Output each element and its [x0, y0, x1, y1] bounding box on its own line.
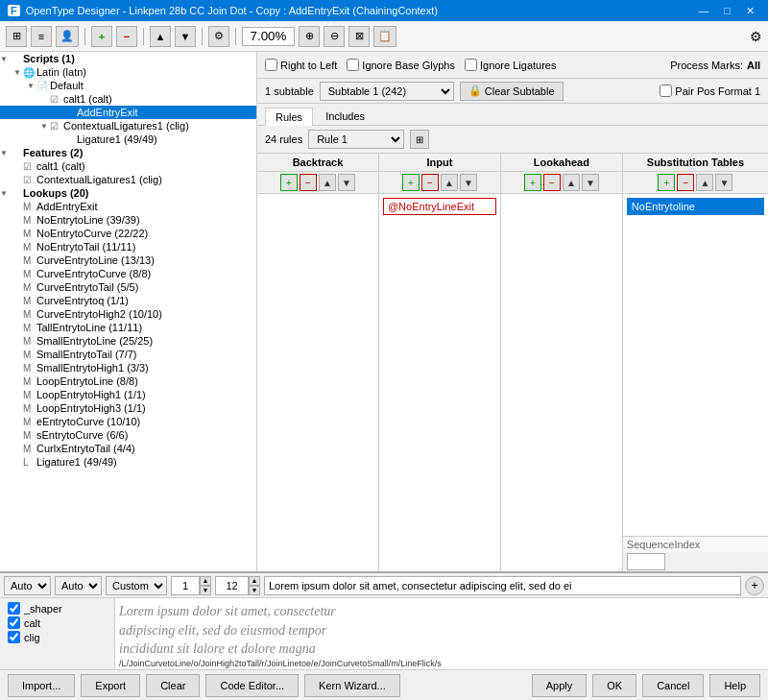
size-up-btn[interactable]: ▲ — [249, 576, 260, 586]
tree-item-26[interactable]: MLoopEntrytoHigh3 (1/1) — [0, 401, 256, 415]
tree-item-14[interactable]: MNoEntrytoTail (11/11) — [0, 240, 256, 253]
tree-item-30[interactable]: LLigature1 (49/49) — [0, 455, 256, 469]
tree-item-13[interactable]: MNoEntrytoCurve (22/22) — [0, 227, 256, 240]
toolbar-zoom-btn[interactable]: ⊕ — [299, 26, 320, 47]
tree-item-27[interactable]: MeEntrytoCurve (10/10) — [0, 415, 256, 428]
toolbar-remove-btn[interactable]: − — [116, 26, 137, 47]
tree-item-17[interactable]: MCurveEntrytoTail (5/5) — [0, 280, 256, 294]
tree-item-9[interactable]: ☑ContextualLigatures1 (clig) — [0, 173, 256, 186]
tree-item-28[interactable]: MsEntrytoCurve (6/6) — [0, 428, 256, 442]
input-up-btn[interactable]: ▲ — [441, 174, 458, 191]
shaper-checkbox[interactable] — [8, 602, 20, 615]
toolbar-grid-btn[interactable]: ⊞ — [6, 26, 27, 47]
tree-item-2[interactable]: ▼📄Default — [0, 79, 256, 92]
apply-button[interactable]: Apply — [532, 674, 588, 697]
rule-select[interactable]: Rule 1 — [308, 130, 404, 149]
calt-checkbox[interactable] — [8, 616, 20, 629]
import-button[interactable]: Import... — [8, 674, 75, 697]
input-remove-btn[interactable]: − — [421, 174, 439, 191]
tab-includes[interactable]: Includes — [315, 107, 375, 125]
tree-item-21[interactable]: MSmallEntrytoLine (25/25) — [0, 334, 256, 348]
backtrack-up-btn[interactable]: ▲ — [319, 174, 336, 191]
toolbar-person-btn[interactable]: 👤 — [56, 26, 79, 47]
tree-item-18[interactable]: MCurveEntrytoq (1/1) — [0, 294, 256, 307]
spin-down-btn[interactable]: ▼ — [200, 586, 211, 595]
tree-item-10[interactable]: ▼Lookups (20) — [0, 186, 256, 200]
subtable-select[interactable]: Subtable 1 (242) — [320, 82, 454, 101]
tree-item-22[interactable]: MSmallEntrytoTail (7/7) — [0, 348, 256, 361]
clear-subtable-button[interactable]: 🔒 Clear Subtable — [460, 82, 564, 101]
kern-wizard-button[interactable]: Kern Wizard... — [304, 674, 400, 697]
toolbar-add-btn[interactable]: + — [91, 26, 112, 47]
ignore-base-checkbox[interactable] — [347, 59, 359, 71]
add-preview-btn[interactable]: + — [745, 576, 764, 595]
seq-index-input[interactable] — [627, 553, 665, 570]
tree-item-11[interactable]: MAddEntryExit — [0, 200, 256, 213]
tree-item-19[interactable]: MCurveEntrytoHigh2 (10/10) — [0, 307, 256, 321]
spin-input[interactable] — [171, 576, 200, 595]
input-glyph-item[interactable]: @NoEntryLineExit — [383, 198, 496, 215]
cancel-button[interactable]: Cancel — [642, 674, 704, 697]
toolbar-fit-btn[interactable]: ⊠ — [348, 26, 370, 47]
auto-select-2[interactable]: Auto — [55, 576, 102, 595]
auto-select-1[interactable]: Auto — [4, 576, 51, 595]
right-to-left-checkbox[interactable] — [265, 59, 277, 71]
lookahead-add-btn[interactable]: + — [524, 174, 541, 191]
tree-item-5[interactable]: ▼☑ContextualLigatures1 (clig) — [0, 119, 256, 133]
input-add-btn[interactable]: + — [402, 174, 420, 191]
lookahead-remove-btn[interactable]: − — [543, 174, 561, 191]
rule-grid-btn[interactable]: ⊞ — [410, 130, 429, 149]
tab-rules[interactable]: Rules — [265, 108, 313, 126]
toolbar-export-btn[interactable]: 📋 — [373, 26, 396, 47]
tree-item-20[interactable]: MTallEntrytoLine (11/11) — [0, 321, 256, 334]
substitution-add-btn[interactable]: + — [658, 174, 675, 191]
tree-item-8[interactable]: ☑calt1 (calt) — [0, 159, 256, 173]
backtrack-add-btn[interactable]: + — [280, 174, 298, 191]
tree-item-12[interactable]: MNoEntrytoLine (39/39) — [0, 213, 256, 227]
clear-button[interactable]: Clear — [146, 674, 200, 697]
maximize-button[interactable]: □ — [718, 5, 736, 17]
ignore-lig-checkbox[interactable] — [465, 59, 477, 71]
toolbar-up-btn[interactable]: ▲ — [150, 26, 171, 47]
preview-text-input[interactable]: Lorem ipsum dolor sit amet, consectetur … — [264, 576, 741, 595]
tree-item-25[interactable]: MLoopEntrytoHigh1 (1/1) — [0, 388, 256, 401]
pair-pos-checkbox[interactable] — [660, 84, 672, 97]
minimize-button[interactable]: — — [692, 5, 714, 17]
tree-item-16[interactable]: MCurveEntrytoCurve (8/8) — [0, 267, 256, 280]
tree-item-29[interactable]: MCurlxEntrytoTail (4/4) — [0, 442, 256, 455]
input-down-btn[interactable]: ▼ — [460, 174, 477, 191]
right-to-left-label[interactable]: Right to Left — [265, 59, 337, 71]
lookahead-up-btn[interactable]: ▲ — [563, 174, 580, 191]
toolbar-zoom-out-btn[interactable]: ⊖ — [324, 26, 345, 47]
tree-item-24[interactable]: MLoopEntrytoLine (8/8) — [0, 374, 256, 388]
tree-item-4[interactable]: AddEntryExit — [0, 106, 256, 119]
zoom-input[interactable]: 7.00% — [242, 27, 295, 46]
backtrack-remove-btn[interactable]: − — [300, 174, 317, 191]
tree-item-1[interactable]: ▼🌐Latin (latn) — [0, 65, 256, 79]
tree-item-7[interactable]: ▼Features (2) — [0, 146, 256, 159]
toolbar-down-btn[interactable]: ▼ — [175, 26, 196, 47]
toolbar-list-btn[interactable]: ≡ — [31, 26, 52, 47]
export-button[interactable]: Export — [81, 674, 140, 697]
backtrack-down-btn[interactable]: ▼ — [338, 174, 355, 191]
substitution-down-btn[interactable]: ▼ — [715, 174, 732, 191]
code-editor-button[interactable]: Code Editor... — [205, 674, 299, 697]
tree-item-15[interactable]: MCurveEntrytoLine (13/13) — [0, 253, 256, 267]
substitution-remove-btn[interactable]: − — [677, 174, 694, 191]
ignore-base-label[interactable]: Ignore Base Glyphs — [347, 59, 455, 71]
help-button[interactable]: Help — [709, 674, 760, 697]
ignore-lig-label[interactable]: Ignore Ligatures — [465, 59, 557, 71]
tree-item-0[interactable]: ▼Scripts (1) — [0, 52, 256, 65]
tree-item-3[interactable]: ☑calt1 (calt) — [0, 92, 256, 106]
lookahead-down-btn[interactable]: ▼ — [582, 174, 599, 191]
spin-up-btn[interactable]: ▲ — [200, 576, 211, 586]
custom-select[interactable]: Custom — [106, 576, 167, 595]
substitution-glyph-item[interactable]: NoEntrytoline — [627, 198, 764, 215]
tree-item-23[interactable]: MSmallEntrytoHigh1 (3/3) — [0, 361, 256, 374]
close-button[interactable]: ✕ — [740, 5, 760, 17]
substitution-up-btn[interactable]: ▲ — [696, 174, 713, 191]
size-down-btn[interactable]: ▼ — [249, 586, 260, 595]
toolbar-settings-btn[interactable]: ⚙ — [208, 26, 229, 47]
clig-checkbox[interactable] — [8, 631, 20, 643]
ok-button[interactable]: OK — [592, 674, 636, 697]
